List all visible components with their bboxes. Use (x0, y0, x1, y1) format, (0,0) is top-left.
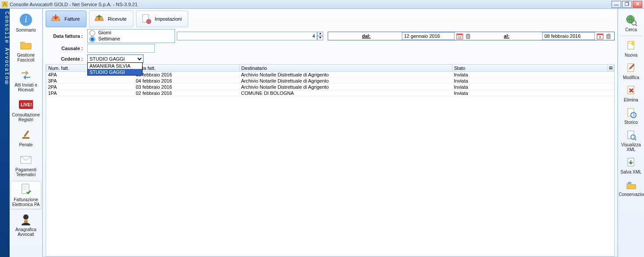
cedente-option[interactable]: AMANIERA SILVIA (88, 63, 142, 69)
table-row[interactable]: 2PA 03 febbraio 2016 Archivio Notarile D… (47, 84, 614, 90)
gavel-icon (19, 127, 33, 141)
table-row[interactable]: 3PA 04 febbraio 2016 Archivio Notarile D… (47, 78, 614, 84)
search-globe-icon (625, 14, 637, 26)
new-document-icon (625, 40, 637, 52)
nav-penale[interactable]: Penale (11, 126, 41, 149)
history-icon (625, 107, 637, 119)
top-tabs: Fatture Ricevute Impostazioni (43, 9, 617, 29)
cedente-label: Cedente : (46, 56, 87, 62)
table-row[interactable]: 1PA 02 febbraio 2016 COMUNE DI BOLOGNA I… (47, 90, 614, 96)
svg-point-12 (147, 19, 151, 24)
nav-atti-inviati-ricevuti[interactable]: Atti Inviati e Ricevuti (11, 66, 41, 94)
nav-consultazione-registri[interactable]: LIVE! Consultazione Registri (11, 96, 41, 124)
col-stato[interactable]: Stato (452, 65, 614, 72)
action-conservazione[interactable]: Conservazione (619, 178, 644, 198)
vertical-app-strip: Consolle Avvocato® (0, 9, 10, 257)
left-navigation: i Sommario Gestione Fascicoli Atti Invia… (10, 9, 43, 257)
cell-data: 03 febbraio 2016 (134, 84, 240, 90)
periodo-number-input[interactable] (177, 32, 317, 40)
action-label: Nuova (625, 53, 637, 58)
action-label: Visualizza XML (621, 142, 641, 152)
col-data-fatt[interactable]: Data fatt. (134, 65, 240, 72)
causale-label: Causale : (46, 46, 87, 51)
close-button[interactable]: ✕ (633, 1, 642, 8)
radio-giorni[interactable]: Giorni (89, 30, 172, 36)
svg-rect-6 (22, 137, 29, 139)
window-controls: — ❐ ✕ (612, 1, 642, 8)
svg-rect-14 (457, 34, 463, 35)
cell-data: 05 febbraio 2016 (134, 72, 240, 78)
delete-document-icon (625, 84, 637, 97)
nav-label: Sommario (16, 28, 36, 33)
exchange-icon (19, 68, 33, 82)
periodo-spinner[interactable]: ▴▾ (317, 32, 323, 40)
calendar-icon[interactable]: 8 (597, 33, 604, 40)
cell-dest: COMUNE DI BOLOGNA (240, 90, 452, 96)
dal-input[interactable] (402, 32, 454, 40)
nav-anagrafica-avvocati[interactable]: Anagrafica Avvocati (11, 211, 41, 239)
edit-document-icon (625, 62, 637, 74)
svg-rect-29 (628, 182, 631, 184)
nav-fatturazione-elettronica-pa[interactable]: Fatturazione Elettronica PA (11, 181, 41, 209)
spinner-down-icon[interactable]: ▾ (317, 36, 323, 40)
tab-impostazioni[interactable]: Impostazioni (136, 11, 189, 27)
action-label: Cerca (625, 27, 637, 32)
inbox-icon (50, 13, 62, 25)
causale-input[interactable] (87, 44, 155, 53)
action-modifica[interactable]: Modifica (619, 61, 644, 81)
svg-point-9 (23, 214, 29, 220)
date-range-box: dal: 12 al: 8 (328, 32, 615, 40)
cell-stato: Inviata (452, 78, 614, 84)
minimize-button[interactable]: — (612, 1, 621, 8)
window-title: Consolle Avvocato® GOLD - Net Service S.… (10, 2, 612, 7)
tab-label: Ricevute (108, 16, 127, 22)
action-elimina[interactable]: Elimina (619, 83, 644, 103)
tab-label: Fatture (64, 16, 80, 22)
archive-folder-icon (625, 179, 637, 191)
filter-data-fattura-row: Data fattura : Giorni Settimane ▴▾ dal: … (43, 29, 617, 43)
svg-rect-5 (24, 130, 29, 137)
calendar-icon[interactable]: 12 (456, 33, 463, 40)
nav-label: Gestione Fascicoli (17, 53, 35, 62)
nav-label: Consultazione Registri (12, 112, 39, 122)
window-titlebar: Consolle Avvocato® GOLD - Net Service S.… (0, 0, 644, 9)
nav-pagamenti-telematici[interactable]: Pagamenti Telematici (11, 151, 41, 179)
radio-settimane[interactable]: Settimane (89, 36, 172, 42)
nav-label: Pagamenti Telematici (15, 167, 36, 177)
tab-label: Impostazioni (155, 16, 182, 22)
cedente-dropdown-open: AMANIERA SILVIA STUDIO GAGGI (87, 62, 143, 76)
cedente-option[interactable]: STUDIO GAGGI (88, 69, 142, 75)
cell-data: 04 febbraio 2016 (134, 78, 240, 84)
action-nuova[interactable]: Nuova (619, 39, 644, 58)
restore-button[interactable]: ❐ (622, 1, 632, 8)
action-visualizza-xml[interactable]: Visualizza XML (619, 128, 644, 153)
trash-icon[interactable] (465, 33, 471, 40)
action-cerca[interactable]: Cerca (619, 13, 644, 33)
svg-rect-10 (24, 220, 28, 223)
tab-fatture[interactable]: Fatture (46, 11, 86, 27)
action-salva-xml[interactable]: Salva XML (619, 156, 644, 175)
action-storico[interactable]: Storico (619, 106, 644, 126)
svg-text:LIVE!: LIVE! (21, 102, 32, 107)
cell-stato: Inviata (452, 84, 614, 90)
col-destinatario[interactable]: Destinatario (240, 65, 452, 72)
cell-dest: Archivio Notarile Distrettuale di Agrige… (240, 84, 452, 90)
svg-text:12: 12 (458, 36, 462, 39)
tab-ricevute[interactable]: Ricevute (89, 11, 133, 27)
nav-sommario[interactable]: i Sommario (11, 11, 41, 35)
envelope-icon (19, 152, 33, 167)
cedente-select[interactable]: STUDIO GAGGI (87, 54, 143, 63)
cell-num: 1PA (47, 90, 134, 96)
svg-text:i: i (25, 14, 27, 24)
nav-gestione-fascicoli[interactable]: Gestione Fascicoli (11, 36, 41, 65)
al-input[interactable] (542, 32, 595, 40)
save-xml-icon (625, 156, 637, 169)
action-label: Conservazione (619, 192, 644, 197)
cell-num: 3PA (47, 78, 134, 84)
cell-dest: Archivio Notarile Distrettuale di Agrige… (240, 72, 452, 78)
cell-dest: Archivio Notarile Distrettuale di Agrige… (240, 78, 452, 84)
trash-icon[interactable] (605, 33, 612, 40)
column-menu-icon[interactable]: ▤ (607, 64, 614, 71)
nav-label: Fatturazione Elettronica PA (12, 197, 40, 207)
nav-label: Anagrafica Avvocati (15, 227, 36, 237)
